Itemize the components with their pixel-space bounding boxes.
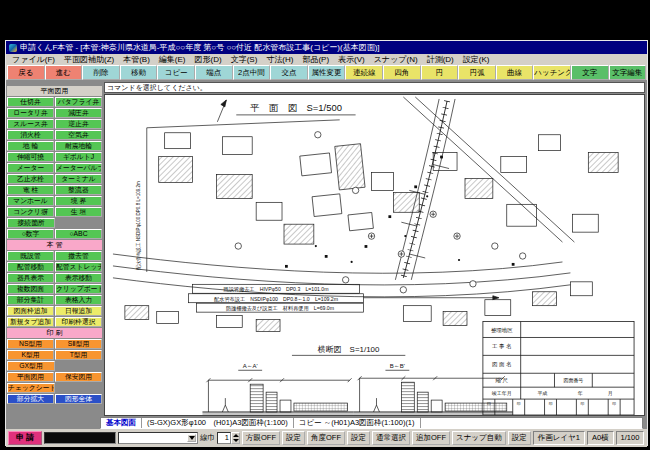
- sidebar-button[interactable]: スルース弁: [7, 119, 54, 129]
- menu-item[interactable]: 寸法(H): [266, 54, 293, 65]
- sidebar-button[interactable]: 図形全体: [55, 394, 102, 404]
- toolbar-button[interactable]: 移動: [120, 65, 158, 80]
- line-width-stepper[interactable]: 1: [217, 432, 240, 444]
- sidebar-button[interactable]: 部分拡大: [7, 394, 54, 404]
- sidebar-button[interactable]: 部分集計: [7, 295, 54, 305]
- snap-mode-button[interactable]: スナップ自動: [452, 431, 506, 445]
- snap-settings-button[interactable]: 設定: [508, 431, 531, 445]
- sidebar-button[interactable]: 日報追加: [55, 306, 102, 316]
- sidebar-button[interactable]: ギボルトJ: [55, 152, 102, 162]
- drawing-canvas[interactable]: 平 面 図 S=1/500 配水管布設工 NSDIPφ100 DP0.8 L=1…: [105, 95, 644, 415]
- sidebar-button[interactable]: マンホール: [7, 196, 54, 206]
- toolbar-button[interactable]: 削除: [82, 65, 120, 80]
- toolbar-button[interactable]: 文字編集: [609, 65, 647, 80]
- angle-settings-button[interactable]: 設定: [347, 431, 370, 445]
- menu-item[interactable]: 表示(V): [338, 54, 365, 65]
- sidebar-button[interactable]: 接続箇所: [7, 218, 55, 228]
- toolbar-button[interactable]: 交点: [270, 65, 308, 80]
- toolbar-button[interactable]: 2点中間: [233, 65, 271, 80]
- sidebar-button[interactable]: 仕切弁: [7, 97, 54, 107]
- toolbar-button[interactable]: 進む: [45, 65, 83, 80]
- apply-button[interactable]: 申 請: [8, 431, 42, 445]
- toolbar-button[interactable]: 曲線: [496, 65, 534, 80]
- toolbar-button[interactable]: 円: [421, 65, 459, 80]
- sidebar-button[interactable]: K型用: [7, 350, 54, 360]
- sidebar-button[interactable]: 電 柱: [7, 185, 54, 195]
- sidebar-button[interactable]: 配管移動: [7, 262, 54, 272]
- layer-combobox[interactable]: [118, 432, 198, 444]
- menu-item[interactable]: 編集(E): [159, 54, 186, 65]
- sidebar-button[interactable]: 生 垣: [55, 207, 102, 217]
- line-width-value[interactable]: 1: [217, 432, 231, 444]
- sidebar-button[interactable]: 器具表示: [7, 273, 54, 283]
- toolbar-button[interactable]: 連続線: [345, 65, 383, 80]
- sidebar-button[interactable]: 複数図面: [7, 284, 54, 294]
- sidebar-button[interactable]: 消火栓: [7, 130, 54, 140]
- grid-toggle-button[interactable]: 方眼OFF: [242, 431, 280, 445]
- menu-item[interactable]: 文字(S): [231, 54, 258, 65]
- sidebar-button[interactable]: コンクリ塀: [7, 207, 54, 217]
- sidebar-button[interactable]: 整流器: [55, 185, 102, 195]
- drawing-tab[interactable]: 基本図面: [101, 418, 142, 428]
- menu-item[interactable]: 計測(D): [427, 54, 454, 65]
- sidebar-button[interactable]: 表示移動: [55, 273, 102, 283]
- sidebar-button[interactable]: 地 輪: [7, 141, 54, 151]
- sidebar-button[interactable]: 平面図用: [7, 372, 54, 382]
- toolbar-button[interactable]: 端点: [195, 65, 233, 80]
- sidebar-button[interactable]: ロータリ弁: [7, 108, 54, 118]
- workspace: 平面図用仕切弁バタフライ弁ロータリ弁減圧弁スルース弁逆止弁消火栓空気弁地 輪耐震…: [6, 80, 647, 447]
- toolbar-button[interactable]: ハッチング: [533, 65, 571, 80]
- angle-toggle-button[interactable]: 角度OFF: [307, 431, 345, 445]
- drawing-tab[interactable]: (S-GX)GX形φ100 (H01)A3図面枠(1:100): [142, 418, 294, 428]
- sidebar-button[interactable]: 図面枠追加: [7, 306, 54, 316]
- stepper-arrows-icon[interactable]: [231, 432, 240, 444]
- menu-item[interactable]: 図形(D): [195, 54, 222, 65]
- add-mode-button[interactable]: 追加OFF: [412, 431, 450, 445]
- sidebar-button[interactable]: 乙止水栓: [7, 174, 54, 184]
- sidebar-button[interactable]: クリップボード: [55, 284, 102, 294]
- toolbar-button[interactable]: 属性変更: [308, 65, 346, 80]
- sidebar-button[interactable]: 境 界: [55, 196, 102, 206]
- combo-arrow-icon[interactable]: [187, 434, 196, 442]
- sidebar-button[interactable]: ○数字: [7, 229, 54, 239]
- menu-item[interactable]: 部品(P): [302, 54, 329, 65]
- sidebar-button[interactable]: 減圧弁: [55, 108, 102, 118]
- toolbar-button[interactable]: 円弧: [458, 65, 496, 80]
- menu-item[interactable]: 本管(B): [123, 54, 150, 65]
- menu-item[interactable]: 設定(K): [463, 54, 490, 65]
- menu-item[interactable]: スナップ(N): [374, 54, 418, 65]
- sidebar-button[interactable]: 逆止弁: [55, 119, 102, 129]
- sidebar-row: GX型用: [7, 361, 102, 371]
- select-mode-button[interactable]: 通常選択: [372, 431, 410, 445]
- grid-settings-button[interactable]: 設定: [282, 431, 305, 445]
- sidebar-button[interactable]: バタフライ弁: [55, 97, 102, 107]
- sidebar-button[interactable]: 伸縮可撓: [7, 152, 54, 162]
- sidebar-button[interactable]: 既設管: [7, 251, 54, 261]
- sidebar-button[interactable]: 表格入力: [55, 295, 102, 305]
- drawing-tab[interactable]: コピー ～(H01)A3図面枠(1:100)(1): [294, 418, 421, 428]
- sidebar-button[interactable]: メーターバルブ: [55, 163, 102, 173]
- sidebar-button[interactable]: T型用: [55, 350, 102, 360]
- toolbar-button[interactable]: 戻る: [7, 65, 45, 80]
- sidebar-button[interactable]: NS型用: [7, 339, 54, 349]
- sidebar-button[interactable]: チェックシート用: [7, 383, 55, 393]
- sidebar-button[interactable]: 保安図用: [55, 372, 102, 382]
- sidebar-button[interactable]: ○ABC: [55, 229, 102, 239]
- sidebar-button[interactable]: SⅡ型用: [55, 339, 102, 349]
- sidebar-button[interactable]: 耐震地輪: [55, 141, 102, 151]
- toolbar-button[interactable]: 文字: [571, 65, 609, 80]
- sidebar-button[interactable]: 新規タブ追加: [7, 317, 54, 327]
- menu-item[interactable]: 平面図補助(Z): [64, 54, 114, 65]
- menu-item[interactable]: ファイル(F): [12, 54, 55, 65]
- section-b-label: B～B': [390, 363, 405, 369]
- sidebar-button[interactable]: 撤去管: [55, 251, 102, 261]
- sidebar-button[interactable]: ターミナル: [55, 174, 102, 184]
- sidebar-button[interactable]: 配管ストレッチ: [55, 262, 102, 272]
- sidebar-button[interactable]: 印刷枠選択: [55, 317, 102, 327]
- titleblock-label: 縮 尺: [495, 377, 509, 384]
- sidebar-button[interactable]: メーター: [7, 163, 54, 173]
- toolbar-button[interactable]: 四角: [383, 65, 421, 80]
- toolbar-button[interactable]: コピー: [157, 65, 195, 80]
- sidebar-button[interactable]: 空気弁: [55, 130, 102, 140]
- sidebar-button[interactable]: GX型用: [7, 361, 55, 371]
